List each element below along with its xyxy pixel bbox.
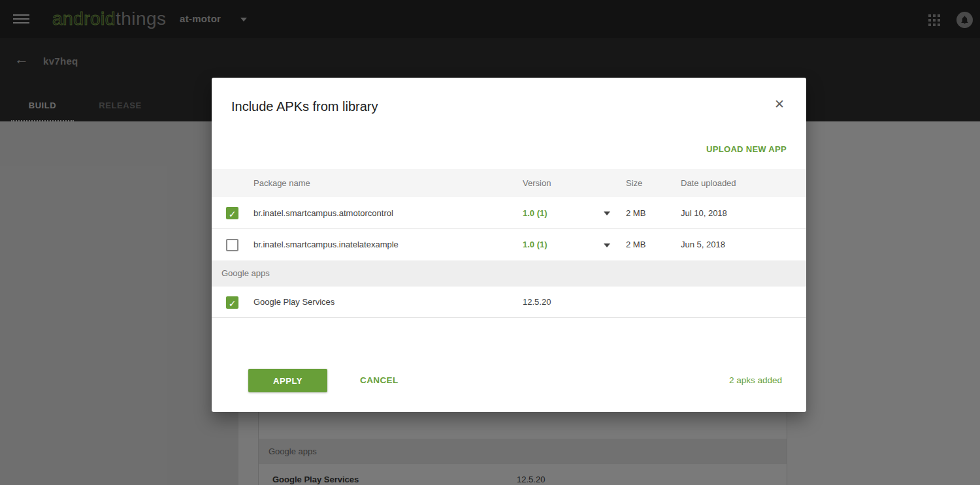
- cancel-button[interactable]: CANCEL: [360, 369, 399, 392]
- apks-added-status: 2 apks added: [729, 369, 782, 392]
- version-value: 1.0 (1): [523, 229, 547, 260]
- dialog-title: Include APKs from library: [231, 99, 378, 114]
- table-header-row: Package name Version Size Date uploaded: [212, 169, 806, 197]
- table-row: ✓ br.inatel.smartcampus.atmotorcontrol 1…: [212, 197, 806, 229]
- header-version: Version: [523, 169, 551, 197]
- date-uploaded-value: Jun 5, 2018: [681, 229, 725, 260]
- package-name: br.inatel.smartcampus.inatelatexample: [253, 229, 399, 260]
- upload-new-app-button[interactable]: UPLOAD NEW APP: [706, 144, 787, 154]
- size-value: 2 MB: [626, 229, 645, 260]
- google-apps-section-header: Google apps: [212, 260, 806, 287]
- header-date-uploaded: Date uploaded: [681, 169, 736, 197]
- package-name: Google Play Services: [253, 287, 335, 318]
- google-apps-label: Google apps: [221, 260, 270, 287]
- header-package-name: Package name: [253, 169, 310, 197]
- include-apks-dialog: Include APKs from library ✕ UPLOAD NEW A…: [212, 78, 806, 412]
- version-value: 1.0 (1): [523, 197, 547, 229]
- table-row: br.inatel.smartcampus.inatelatexample 1.…: [212, 229, 806, 260]
- package-name: br.inatel.smartcampus.atmotorcontrol: [253, 197, 393, 229]
- apply-button[interactable]: APPLY: [248, 369, 327, 392]
- row-checkbox[interactable]: ✓: [226, 207, 238, 219]
- row-checkbox[interactable]: ✓: [226, 296, 238, 309]
- row-checkbox[interactable]: [226, 239, 238, 251]
- size-value: 2 MB: [626, 197, 645, 229]
- header-size: Size: [626, 169, 642, 197]
- close-icon[interactable]: ✕: [774, 98, 785, 111]
- version-dropdown-icon[interactable]: [604, 243, 610, 247]
- version-dropdown-icon[interactable]: [604, 211, 610, 215]
- date-uploaded-value: Jul 10, 2018: [681, 197, 727, 229]
- table-row: ✓ Google Play Services 12.5.20: [212, 287, 806, 318]
- version-value: 12.5.20: [523, 287, 551, 318]
